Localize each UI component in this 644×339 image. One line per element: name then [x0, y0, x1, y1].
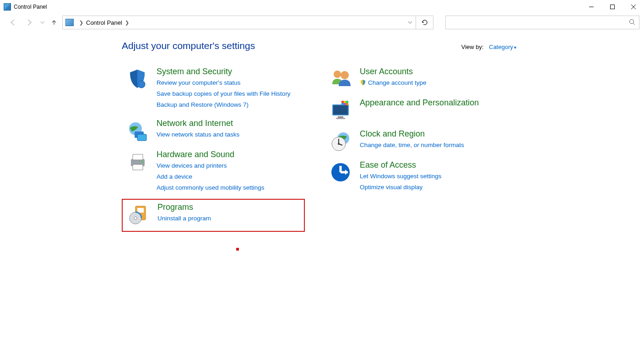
address-dropdown-button[interactable] — [405, 20, 416, 25]
control-panel-icon — [4, 3, 11, 11]
uac-shield-icon — [360, 78, 366, 85]
back-button[interactable] — [5, 15, 21, 30]
category-hardware-sound: Hardware and SoundView devices and print… — [122, 147, 305, 199]
categories: System and SecurityReview your computer'… — [122, 64, 644, 232]
category-link[interactable]: Save backup copies of your files with Fi… — [157, 88, 300, 99]
shield-icon — [126, 68, 148, 90]
page-title: Adjust your computer's settings — [122, 40, 255, 51]
svg-point-19 — [341, 71, 349, 79]
category-title-user-accounts[interactable]: User Accounts — [360, 67, 503, 77]
search-icon — [629, 19, 635, 27]
content-area: Adjust your computer's settings View by:… — [0, 31, 644, 232]
svg-rect-1 — [611, 5, 615, 9]
category-link[interactable]: Change date, time, or number formats — [360, 140, 503, 151]
svg-rect-9 — [137, 134, 146, 141]
svg-rect-24 — [341, 101, 344, 103]
ease-access-icon — [330, 161, 352, 183]
svg-rect-15 — [137, 208, 144, 213]
annotation-dot — [236, 248, 239, 251]
window-title: Control Panel — [14, 4, 581, 10]
svg-point-17 — [134, 217, 137, 219]
maximize-button[interactable] — [602, 0, 623, 14]
category-system-security: System and SecurityReview your computer'… — [122, 64, 305, 116]
forward-button[interactable] — [21, 15, 38, 30]
svg-point-6 — [138, 81, 145, 88]
svg-rect-29 — [346, 103, 348, 105]
category-clock-region: Clock and RegionChange date, time, or nu… — [325, 126, 508, 158]
category-link[interactable]: Optimize visual display — [360, 182, 503, 193]
minimize-button[interactable] — [581, 0, 602, 14]
svg-rect-22 — [338, 116, 343, 118]
recent-locations-button[interactable] — [38, 15, 48, 30]
category-title-hardware-sound[interactable]: Hardware and Sound — [157, 150, 300, 159]
svg-rect-12 — [133, 164, 143, 170]
chevron-right-icon[interactable]: ❯ — [125, 20, 129, 26]
address-bar[interactable]: ❯ Control Panel ❯ — [62, 16, 416, 29]
svg-rect-11 — [133, 154, 143, 160]
category-title-system-security[interactable]: System and Security — [157, 67, 300, 77]
category-programs: ProgramsUninstall a program — [122, 199, 305, 232]
breadcrumb-item[interactable]: Control Panel — [86, 19, 122, 26]
category-link[interactable]: Change account type — [360, 77, 503, 88]
chevron-down-icon: ▾ — [514, 45, 516, 50]
chevron-right-icon[interactable]: ❯ — [79, 20, 83, 26]
category-link[interactable]: View devices and printers — [157, 160, 300, 171]
svg-point-18 — [334, 71, 341, 78]
view-by-label: View by: — [461, 44, 484, 50]
printer-icon — [126, 151, 148, 173]
category-link[interactable]: Let Windows suggest settings — [360, 171, 503, 182]
category-appearance: Appearance and Personalization — [325, 95, 508, 126]
svg-rect-28 — [344, 103, 346, 105]
category-network-internet: Network and InternetView network status … — [122, 116, 305, 147]
globe-network-icon — [126, 120, 148, 142]
search-input[interactable] — [445, 16, 639, 29]
svg-point-4 — [630, 19, 634, 23]
category-title-programs[interactable]: Programs — [157, 202, 299, 212]
svg-rect-27 — [341, 103, 344, 105]
category-title-network-internet[interactable]: Network and Internet — [157, 119, 300, 128]
close-button[interactable] — [623, 0, 644, 14]
clock-globe-icon — [330, 130, 352, 152]
category-link[interactable]: Uninstall a program — [157, 213, 299, 224]
category-user-accounts: User AccountsChange account type — [325, 64, 508, 95]
refresh-button[interactable] — [416, 16, 433, 29]
monitor-colors-icon — [330, 99, 352, 121]
control-panel-icon — [65, 19, 74, 26]
view-by[interactable]: View by: Category▾ — [461, 44, 516, 50]
svg-rect-26 — [346, 101, 348, 103]
svg-rect-21 — [333, 105, 348, 115]
category-link[interactable]: Adjust commonly used mobility settings — [157, 182, 300, 193]
up-button[interactable] — [48, 15, 60, 30]
people-icon — [330, 68, 352, 90]
category-link[interactable]: View network status and tasks — [157, 129, 300, 140]
category-link[interactable]: Review your computer's status — [157, 77, 300, 88]
svg-line-5 — [633, 23, 635, 25]
category-title-appearance[interactable]: Appearance and Personalization — [360, 98, 503, 108]
navbar: ❯ Control Panel ❯ — [0, 14, 644, 31]
category-link[interactable]: Backup and Restore (Windows 7) — [157, 99, 300, 110]
view-by-value[interactable]: Category — [489, 44, 513, 50]
svg-rect-23 — [336, 118, 345, 119]
category-title-clock-region[interactable]: Clock and Region — [360, 129, 503, 139]
category-link[interactable]: Add a device — [157, 171, 300, 182]
svg-rect-25 — [344, 101, 346, 103]
category-title-ease-of-access[interactable]: Ease of Access — [360, 160, 503, 170]
disc-box-icon — [127, 203, 149, 225]
svg-point-13 — [141, 161, 143, 163]
category-ease-of-access: Ease of AccessLet Windows suggest settin… — [325, 158, 508, 198]
svg-point-34 — [338, 143, 340, 145]
titlebar: Control Panel — [0, 0, 644, 14]
